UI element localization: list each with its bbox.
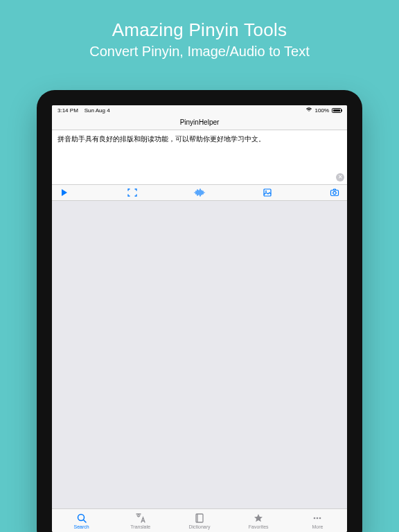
battery-icon (332, 108, 342, 113)
hero-subtitle: Convert Pinyin, Image/Audio to Text (0, 44, 399, 60)
tab-bar: Search Translate Dictionary Favorites (52, 508, 347, 532)
more-icon (312, 513, 323, 524)
close-icon: ✕ (338, 173, 343, 181)
status-bar: 3:14 PM Sun Aug 4 100% (52, 105, 347, 115)
dictionary-icon (194, 513, 205, 524)
tab-search[interactable]: Search (52, 513, 111, 529)
image-button[interactable] (262, 187, 273, 198)
wifi-icon (305, 107, 312, 114)
audio-button[interactable] (194, 187, 205, 198)
scan-button[interactable] (127, 187, 138, 198)
svg-point-7 (317, 517, 319, 519)
tab-label: Search (74, 524, 89, 529)
hero: Amazing Pinyin Tools Convert Pinyin, Ima… (0, 19, 399, 60)
text-input-area[interactable]: 拼音助手具有良好的排版和朗读功能，可以帮助你更好地学习中文。 ✕ (52, 130, 347, 184)
search-icon (76, 513, 87, 524)
tab-label: More (312, 524, 323, 529)
star-icon (253, 513, 264, 524)
svg-point-8 (319, 517, 321, 519)
svg-point-3 (333, 191, 336, 194)
tab-dictionary[interactable]: Dictionary (170, 513, 229, 529)
nav-title: PinyinHelper (180, 118, 220, 126)
clear-button[interactable]: ✕ (336, 173, 344, 181)
tab-favorites[interactable]: Favorites (229, 513, 288, 529)
result-area (52, 201, 347, 508)
status-left: 3:14 PM Sun Aug 4 (57, 107, 110, 114)
text-content: 拼音助手具有良好的排版和朗读功能，可以帮助你更好地学习中文。 (57, 135, 265, 143)
screen: 3:14 PM Sun Aug 4 100% PinyinHelper 拼音助手… (52, 105, 347, 532)
tab-translate[interactable]: Translate (111, 513, 170, 529)
device-frame: 3:14 PM Sun Aug 4 100% PinyinHelper 拼音助手… (37, 90, 362, 532)
tab-more[interactable]: More (288, 513, 347, 529)
translate-icon (135, 513, 146, 524)
status-right: 100% (305, 107, 342, 114)
camera-button[interactable] (329, 187, 340, 198)
nav-bar: PinyinHelper (52, 115, 347, 130)
svg-point-6 (314, 517, 316, 519)
action-toolbar (52, 184, 347, 201)
tab-label: Translate (130, 524, 150, 529)
play-button[interactable] (59, 187, 70, 198)
tab-label: Dictionary (188, 524, 210, 529)
tab-label: Favorites (249, 524, 269, 529)
status-time: 3:14 PM (57, 107, 78, 114)
battery-percent: 100% (315, 107, 329, 114)
svg-point-1 (265, 190, 267, 192)
status-date: Sun Aug 4 (85, 107, 110, 114)
hero-title: Amazing Pinyin Tools (0, 19, 399, 41)
